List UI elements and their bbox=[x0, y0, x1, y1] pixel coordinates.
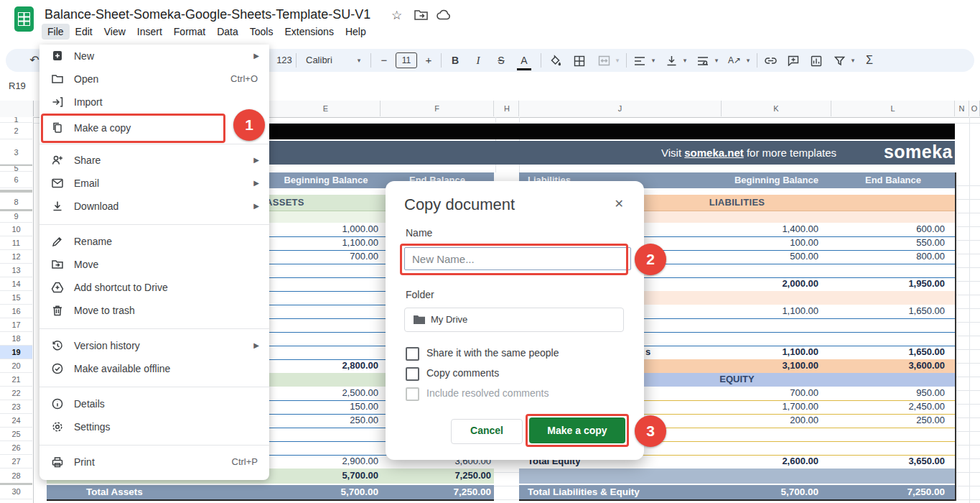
row-header-22[interactable]: 22 bbox=[0, 387, 32, 400]
file-menu-item-download[interactable]: Download▶ bbox=[39, 195, 269, 218]
row-header-16[interactable]: 16 bbox=[0, 305, 32, 318]
cell-beginning-balance[interactable]: 200.00 bbox=[722, 414, 818, 427]
cell-beginning-balance[interactable]: 1,100.00 bbox=[722, 305, 818, 318]
cell-beginning-balance[interactable]: 500.00 bbox=[722, 250, 818, 263]
row-header-19[interactable]: 19 bbox=[0, 346, 32, 359]
file-menu-item-details[interactable]: Details bbox=[39, 392, 269, 415]
row-header-14[interactable]: 14 bbox=[0, 277, 32, 291]
annotation-badge-2: 2 bbox=[635, 244, 666, 275]
cell-beginning-balance[interactable]: 700.00 bbox=[271, 250, 378, 263]
cell-beginning-balance[interactable]: 1,700.00 bbox=[722, 400, 818, 413]
file-menu-item-version-history[interactable]: Version history▶ bbox=[39, 334, 269, 357]
cell-end-balance[interactable]: 3,600.00 bbox=[831, 359, 945, 372]
row-header-21[interactable]: 21 bbox=[0, 373, 32, 387]
row-header-13[interactable]: 13 bbox=[0, 264, 32, 277]
file-menu-item-label: Download bbox=[74, 195, 118, 218]
someka-link[interactable]: someka.net bbox=[684, 147, 744, 159]
file-menu-item-label: Move to trash bbox=[74, 299, 135, 322]
folder-value: My Drive bbox=[431, 308, 467, 331]
cell-end-balance[interactable]: 2,450.00 bbox=[831, 400, 945, 413]
row-header-28[interactable]: 28 bbox=[0, 469, 32, 484]
cell-end-balance[interactable]: 1,650.00 bbox=[831, 305, 945, 318]
file-menu-item-import[interactable]: Import bbox=[39, 91, 269, 114]
cell-end-balance[interactable]: 1,650.00 bbox=[831, 346, 945, 359]
cell-beginning-balance[interactable]: 1,100.00 bbox=[722, 346, 818, 359]
file-menu-item-email[interactable]: Email▶ bbox=[39, 172, 269, 195]
close-icon[interactable]: ✕ bbox=[615, 197, 624, 211]
new-name-input[interactable] bbox=[404, 247, 631, 270]
total-liabilities-equity-row[interactable]: Total Liabilities & Equity 5,700.00 7,25… bbox=[519, 485, 955, 499]
copy-document-dialog: Copy document ✕ Name Folder My Drive Sha… bbox=[386, 181, 644, 460]
row-header-20[interactable]: 20 bbox=[0, 359, 32, 373]
row-header-2[interactable]: 2 bbox=[0, 124, 32, 139]
cell-beginning-balance[interactable]: 250.00 bbox=[271, 414, 378, 427]
row-header-11[interactable]: 11 bbox=[0, 236, 32, 250]
cell-beginning-balance[interactable]: 2,500.00 bbox=[271, 387, 378, 400]
cell-beginning-balance[interactable]: 1,000.00 bbox=[271, 223, 378, 236]
file-menu-item-make-available-offline[interactable]: Make available offline bbox=[39, 357, 269, 380]
row-header-3[interactable]: 3 bbox=[0, 141, 32, 165]
file-menu-item-share[interactable]: Share▶ bbox=[39, 149, 269, 172]
row-header-30[interactable]: 30 bbox=[0, 485, 32, 499]
row-header-26[interactable]: 26 bbox=[0, 441, 32, 455]
row-header-8[interactable]: 8 bbox=[0, 195, 32, 211]
checkbox-share-it-with-the-same-people[interactable]: Share it with the same people bbox=[406, 346, 635, 361]
row-header-10[interactable]: 10 bbox=[0, 223, 32, 236]
cell-beginning-balance[interactable]: 1,100.00 bbox=[271, 236, 378, 249]
cell-end-balance[interactable]: 600.00 bbox=[831, 223, 945, 236]
cell-beginning-balance[interactable]: 1,400.00 bbox=[722, 223, 818, 236]
file-menu-item-rename[interactable]: Rename bbox=[39, 230, 269, 253]
cell-end-balance[interactable]: 550.00 bbox=[831, 236, 945, 249]
cell-beginning-balance[interactable]: 2,900.00 bbox=[271, 455, 378, 468]
file-menu-item-open[interactable]: OpenCtrl+O bbox=[39, 68, 269, 91]
checkbox-box[interactable] bbox=[406, 347, 419, 361]
row-header-24[interactable]: 24 bbox=[0, 414, 32, 428]
cell-beginning-balance[interactable]: 3,100.00 bbox=[722, 359, 818, 372]
file-menu-item-label: Settings bbox=[74, 415, 111, 438]
cell-end-balance[interactable]: 800.00 bbox=[831, 250, 945, 263]
row-header-18[interactable]: 18 bbox=[0, 332, 32, 346]
row-header-6[interactable]: 6 bbox=[0, 172, 32, 188]
submenu-arrow-icon: ▶ bbox=[253, 149, 259, 172]
row-header-15[interactable]: 15 bbox=[0, 291, 32, 305]
file-menu-item-move[interactable]: Move bbox=[39, 253, 269, 276]
file-menu-item-new[interactable]: New▶ bbox=[39, 45, 269, 68]
cell-end-balance[interactable]: 3,650.00 bbox=[831, 455, 945, 468]
cell-beginning-balance[interactable]: 2,600.00 bbox=[722, 455, 818, 468]
annotation-badge-1: 1 bbox=[233, 109, 265, 141]
file-menu-item-add-shortcut-to-drive[interactable]: Add shortcut to Drive bbox=[39, 276, 269, 299]
checkbox-box[interactable] bbox=[406, 367, 419, 381]
assets-beginning-balance-header: Beginning Balance bbox=[271, 172, 381, 188]
cell-beginning-balance[interactable]: 2,000.00 bbox=[722, 277, 818, 290]
right-table-bottom-border bbox=[519, 499, 955, 501]
make-a-copy-button[interactable]: Make a copy bbox=[529, 417, 625, 443]
file-menu-item-settings[interactable]: Settings bbox=[39, 415, 269, 438]
cell-beginning-balance[interactable]: 100.00 bbox=[722, 236, 818, 249]
row-header-1[interactable]: 1 bbox=[0, 117, 32, 123]
cell-end-balance[interactable]: 7,250.00 bbox=[381, 469, 491, 483]
row-header-12[interactable]: 12 bbox=[0, 250, 32, 264]
cell-beginning-balance[interactable]: 150.00 bbox=[271, 400, 378, 413]
row-header-9[interactable]: 9 bbox=[0, 211, 32, 223]
row-header-5[interactable]: 5 bbox=[0, 166, 32, 172]
row-header-17[interactable]: 17 bbox=[0, 318, 32, 332]
cell-beginning-balance[interactable]: 5,700.00 bbox=[271, 469, 378, 483]
cancel-button[interactable]: Cancel bbox=[451, 419, 523, 444]
cell-end-balance[interactable]: 1,950.00 bbox=[831, 277, 945, 290]
cell-end-balance[interactable]: 950.00 bbox=[831, 387, 945, 400]
file-menu-item-print[interactable]: PrintCtrl+P bbox=[39, 451, 269, 474]
cell-beginning-balance[interactable]: 700.00 bbox=[722, 387, 818, 400]
cell-end-balance[interactable]: 250.00 bbox=[831, 414, 945, 427]
total-assets-row[interactable]: Total Assets 5,700.00 7,250.00 bbox=[47, 485, 494, 499]
table-row-liab-28[interactable] bbox=[519, 469, 955, 484]
row-header-25[interactable]: 25 bbox=[0, 428, 32, 441]
open-icon bbox=[51, 73, 64, 86]
hidden-rows-indicator bbox=[0, 190, 32, 193]
total-assets-beginning: 5,700.00 bbox=[271, 485, 378, 499]
row-header-27[interactable]: 27 bbox=[0, 455, 32, 469]
cell-beginning-balance[interactable]: 2,800.00 bbox=[271, 359, 378, 372]
row-header-23[interactable]: 23 bbox=[0, 400, 32, 414]
file-menu-item-move-to-trash[interactable]: Move to trash bbox=[39, 299, 269, 322]
checkbox-copy-comments[interactable]: Copy comments bbox=[406, 366, 635, 381]
folder-picker[interactable]: My Drive bbox=[404, 308, 624, 332]
